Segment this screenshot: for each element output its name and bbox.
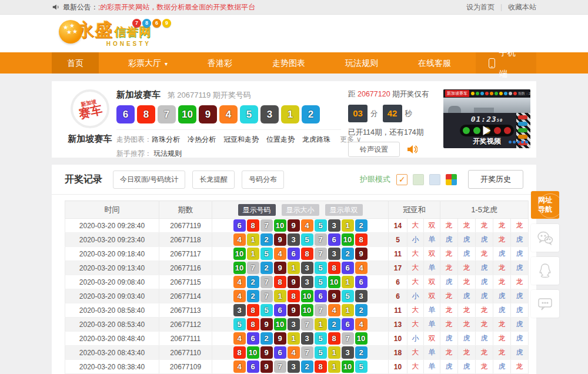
issue-cell: 20677113: [159, 303, 212, 318]
lottery-ball: 2: [260, 233, 273, 246]
logo-lottery-ball: 9: [162, 19, 171, 28]
dragon-tiger-cell: 龙: [440, 303, 458, 318]
lottery-ball: 8: [247, 318, 259, 330]
main-nav: 首页彩票大厅▾香港彩走势图表玩法规则在线客服 手机端: [0, 52, 588, 74]
numbers-line: 81096475132: [212, 346, 388, 359]
issue-cell: 20677115: [159, 275, 212, 289]
dragon-tiger-cell: 虎: [493, 247, 511, 261]
dragon-tiger-cell: 龙: [476, 303, 493, 318]
chat-button[interactable]: [531, 290, 559, 318]
set-home-link[interactable]: 设为首页: [466, 2, 495, 12]
eye-mode-option-blue[interactable]: [429, 174, 440, 185]
display-mode-button[interactable]: 显示号码: [238, 204, 276, 216]
trend-link[interactable]: 位置走势: [266, 135, 295, 143]
lottery-ball: 10: [274, 219, 286, 232]
dragon-tiger-cell: 龙: [440, 289, 458, 303]
eye-mode-option-multicolor[interactable]: [446, 174, 457, 185]
trend-link[interactable]: 路珠分析: [152, 135, 180, 143]
numbers-line: 10154687329: [212, 248, 388, 260]
nav-item-hongkong[interactable]: 香港彩: [192, 52, 248, 74]
issue-cell: 20677117: [159, 247, 212, 261]
lottery-ball: 1: [342, 304, 354, 316]
result-row: 2020-03-20 08:43:40206771108109647513218…: [65, 346, 529, 360]
site-logo[interactable]: ★★ ★★ 永盛信誉网 HONESTY 7869: [59, 20, 151, 47]
size-cell: 大: [407, 247, 424, 261]
display-mode-button[interactable]: 显示大小: [282, 204, 319, 216]
sum-cell: 18: [389, 346, 407, 360]
trend-link[interactable]: 冷热分析: [188, 135, 216, 143]
volume-icon[interactable]: [407, 145, 417, 154]
records-tool-button[interactable]: 号码分布: [242, 171, 284, 189]
dragon-tiger-cell: 龙: [476, 219, 493, 233]
result-row: 2020-03-20 08:58:40206771133856910741211…: [65, 303, 529, 318]
lottery-ball: 2: [328, 318, 340, 330]
lottery-ball: 7: [260, 219, 273, 232]
size-cell: 大: [407, 303, 424, 318]
bell-settings-button[interactable]: 铃声设置: [348, 142, 400, 157]
lottery-ball: 2: [355, 219, 368, 232]
favorite-link[interactable]: 收藏本站: [508, 2, 536, 12]
nav-item-online-service[interactable]: 在线客服: [403, 52, 466, 74]
records-tool-button[interactable]: 今日双面/号码统计: [113, 171, 185, 189]
dragon-tiger-cell: 龙: [511, 275, 529, 289]
nav-item-trend-charts[interactable]: 走势图表: [257, 52, 320, 74]
draw-progress: 已开114期，还有174期: [348, 128, 436, 138]
nav-item-play-rules[interactable]: 玩法规则: [330, 52, 393, 74]
numbers-cell: 42789351016: [212, 275, 389, 289]
lottery-ball: 1: [274, 290, 286, 302]
lottery-ball: 8: [247, 219, 259, 232]
newbie-row: 新手推荐： 玩法规则: [116, 149, 341, 159]
lottery-ball: 3: [342, 346, 354, 359]
dragon-tiger-cell: 龙: [493, 219, 511, 233]
trend-link[interactable]: 龙虎路珠: [302, 135, 330, 143]
trend-link[interactable]: 冠亚和走势: [223, 135, 259, 143]
countdown-text: 距 20677120 期开奖仅有: [348, 89, 436, 99]
eye-mode-option-green[interactable]: [413, 174, 424, 185]
size-cell: 小: [407, 332, 424, 346]
dragon-tiger-cell: 虎: [511, 289, 529, 303]
dragon-tiger-cell: 龙: [440, 261, 458, 275]
nav-item-home[interactable]: 首页: [52, 52, 99, 74]
chat-bubble-icon: [537, 296, 553, 312]
col-issue: 期数: [159, 201, 212, 219]
lottery-ball: 8: [301, 248, 313, 260]
dragon-tiger-cell: 龙: [476, 346, 493, 360]
lottery-ball: 10: [301, 304, 313, 316]
dragon-tiger-cell: 虎: [493, 360, 511, 374]
qq-button[interactable]: [531, 257, 559, 285]
numbers-line: 58910371264: [212, 318, 388, 330]
lottery-ball: 10: [178, 105, 196, 123]
dragon-tiger-cell: 虎: [476, 261, 493, 275]
lottery-ball: 6: [355, 276, 368, 288]
eye-mode-option-default[interactable]: [396, 174, 407, 185]
trend-links-row: 走势图表：路珠分析冷热分析冠亚和走势位置走势龙虎路珠 更多 ∨: [116, 129, 341, 145]
lottery-ball: 10: [247, 346, 259, 359]
history-button[interactable]: 开奖历史: [468, 170, 523, 189]
live-video-thumbnail[interactable]: 新加坡赛车 期数：247 01:2350 开奖视频: [443, 89, 530, 148]
lottery-ball: 1: [288, 262, 300, 274]
play-icon[interactable]: [483, 126, 491, 135]
nav-item-mobile[interactable]: 手机端: [476, 52, 536, 74]
lottery-ball: 2: [342, 248, 354, 260]
time-cell: 2020-03-20 08:38:40: [65, 360, 159, 374]
winning-numbers: 68710945312: [116, 105, 341, 123]
nav-item-lottery-hall[interactable]: 彩票大厅▾: [113, 52, 183, 74]
dragon-tiger-cell: 龙: [476, 247, 493, 261]
dragon-tiger-cell: 龙: [440, 247, 458, 261]
lottery-ball: 9: [288, 219, 300, 232]
display-mode-button[interactable]: 显示单双: [325, 204, 363, 216]
wechat-button[interactable]: [531, 224, 559, 252]
site-nav-button[interactable]: 网址导航: [531, 191, 559, 219]
parity-cell: 单: [424, 318, 440, 332]
records-tool-button[interactable]: 长龙提醒: [192, 171, 235, 189]
dragon-tiger-cell: 龙: [440, 219, 458, 233]
time-cell: 2020-03-20 09:13:40: [65, 261, 159, 275]
lottery-ball: 7: [274, 360, 286, 373]
sum-cell: 11: [389, 303, 407, 318]
lottery-ball: 7: [315, 248, 327, 260]
numbers-line: 10729135864: [212, 262, 388, 274]
sum-cell: 6: [389, 289, 407, 303]
lottery-ball: 7: [315, 233, 327, 246]
rules-link[interactable]: 玩法规则: [153, 149, 182, 158]
dragon-tiger-cell: 龙: [493, 233, 511, 247]
